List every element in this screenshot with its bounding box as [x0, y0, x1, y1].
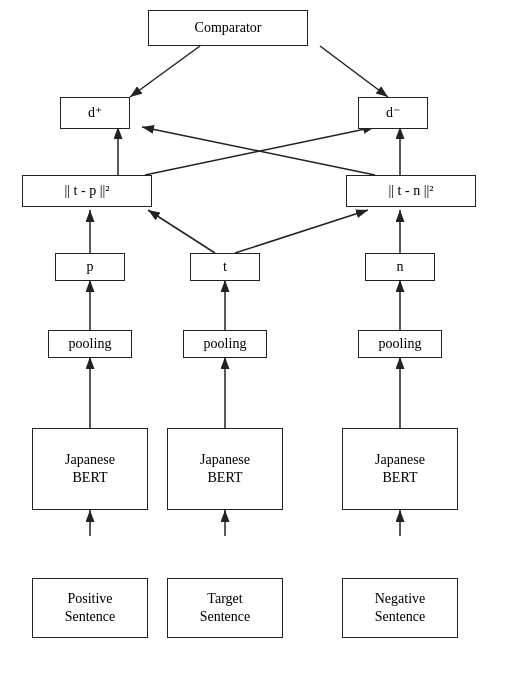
svg-line-6: [142, 127, 375, 175]
pool-t-label: pooling: [204, 335, 247, 353]
pool-n-label: pooling: [379, 335, 422, 353]
comparator-box: Comparator: [148, 10, 308, 46]
d-minus-box: d⁻: [358, 97, 428, 129]
pool-p-label: pooling: [69, 335, 112, 353]
bert-n-box: Japanese BERT: [342, 428, 458, 510]
n-label: n: [397, 258, 404, 276]
pool-p-box: pooling: [48, 330, 132, 358]
svg-line-1: [130, 46, 200, 97]
svg-line-2: [320, 46, 388, 97]
pool-n-box: pooling: [358, 330, 442, 358]
bert-n-label: Japanese BERT: [375, 451, 425, 487]
dist-tn-box: || t - n ||²: [346, 175, 476, 207]
dist-tn-label: || t - n ||²: [389, 182, 434, 200]
svg-line-8: [148, 210, 215, 253]
d-minus-label: d⁻: [386, 104, 400, 122]
t-label: t: [223, 258, 227, 276]
dist-tp-label: || t - p ||²: [65, 182, 110, 200]
pool-t-box: pooling: [183, 330, 267, 358]
p-label: p: [87, 258, 94, 276]
svg-line-9: [235, 210, 368, 253]
bert-p-label: Japanese BERT: [65, 451, 115, 487]
bert-p-box: Japanese BERT: [32, 428, 148, 510]
sent-n-box: Negative Sentence: [342, 578, 458, 638]
n-box: n: [365, 253, 435, 281]
sent-p-label: Positive Sentence: [65, 590, 116, 626]
sent-t-box: Target Sentence: [167, 578, 283, 638]
dist-tp-box: || t - p ||²: [22, 175, 152, 207]
d-plus-box: d⁺: [60, 97, 130, 129]
bert-t-box: Japanese BERT: [167, 428, 283, 510]
sent-p-box: Positive Sentence: [32, 578, 148, 638]
svg-line-4: [145, 127, 375, 175]
p-box: p: [55, 253, 125, 281]
comparator-label: Comparator: [195, 19, 262, 37]
sent-n-label: Negative Sentence: [375, 590, 426, 626]
bert-t-label: Japanese BERT: [200, 451, 250, 487]
t-box: t: [190, 253, 260, 281]
sent-t-label: Target Sentence: [200, 590, 251, 626]
d-plus-label: d⁺: [88, 104, 102, 122]
diagram: Comparator d⁺ d⁻ || t - p ||² || t - n |…: [0, 0, 520, 678]
